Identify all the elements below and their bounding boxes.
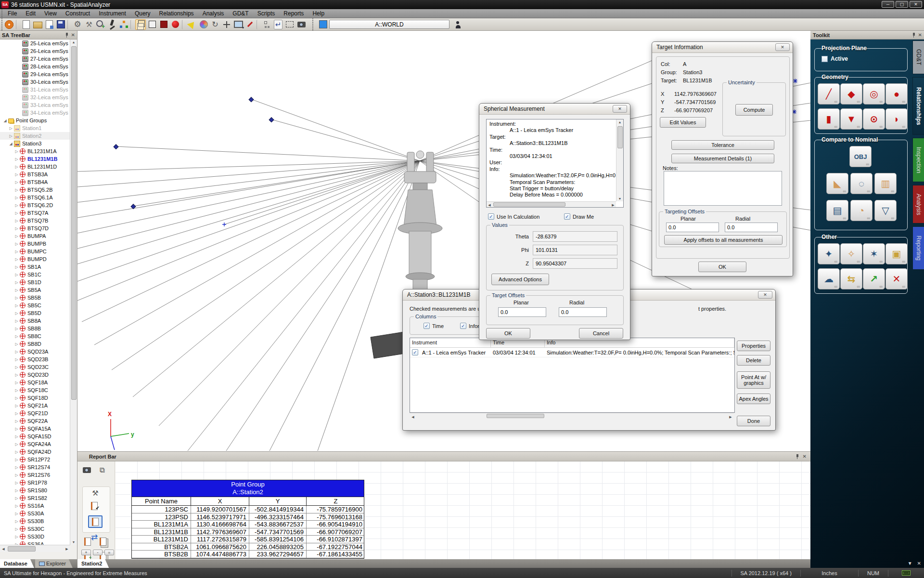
fit-plane-button[interactable]: ◆ (840, 83, 862, 105)
palette-icon[interactable] (198, 19, 209, 30)
tree-expander-icon[interactable]: ▷ (14, 458, 19, 462)
menu-item[interactable]: Instrument (94, 9, 130, 18)
tree-expander-icon[interactable]: ▷ (14, 350, 19, 354)
tree-item[interactable]: ▷ SB5C (0, 302, 70, 309)
tree-item[interactable]: ▷ SB8B (0, 325, 70, 332)
selection-box-icon[interactable] (284, 19, 295, 30)
open-file-icon[interactable] (32, 19, 43, 30)
help-ring-icon[interactable] (4, 19, 14, 30)
measurement-info-box[interactable]: Instrument:A::1 - Leica emSys TrackerTar… (486, 119, 624, 208)
tree-item[interactable]: ▷ SR12S74 (0, 463, 70, 471)
planar-offset-input[interactable]: 0.0 (498, 307, 546, 317)
user-profile-icon[interactable] (453, 19, 464, 30)
tree-item[interactable]: ▷ Station1 (0, 124, 70, 132)
tree-horizontal-scrollbar[interactable]: ◀ ▶ (0, 545, 70, 552)
table-row[interactable]: BL1231M1A 1130.4166698764 -543.883667253… (132, 521, 364, 528)
dialog-horizontal-scrollbar[interactable]: ◀ ▶ (410, 413, 734, 420)
toolkit-side-tab[interactable]: GD&T (912, 40, 924, 74)
tree-expander-icon[interactable]: ▷ (14, 388, 19, 393)
toolkit-side-tab[interactable]: Analysis (912, 185, 924, 223)
tree-expander-icon[interactable]: ▷ (14, 303, 19, 308)
hierarchy-icon[interactable] (118, 19, 129, 30)
tree-expander-icon[interactable]: ▷ (14, 172, 19, 177)
tree-item[interactable]: 32-Leica emSys Tracke (0, 93, 70, 101)
report-canvas[interactable]: Point Group A::Station2 Point Name X Y Z… (116, 461, 810, 559)
tree-item[interactable]: 34-Leica emSys Tracke (0, 109, 70, 117)
tree-expander-icon[interactable]: ▷ (14, 535, 19, 539)
table-row[interactable]: 123PSC 1149.9200701567 -502.8414919344 -… (132, 506, 364, 513)
tree-item[interactable]: ▷ BUMPA (0, 232, 70, 240)
compare-points-to-surface-button[interactable]: ◣ (826, 173, 848, 194)
fit-sphere-button[interactable]: ● (886, 83, 908, 105)
tree-item[interactable]: 33-Leica emSys Tracke (0, 101, 70, 109)
callout-arrow-icon[interactable] (187, 19, 197, 30)
tree-expander-icon[interactable]: ▷ (14, 273, 19, 277)
tree-expander-icon[interactable]: ▷ (14, 327, 19, 331)
snapshot-camera-icon[interactable] (81, 465, 92, 475)
tree-item[interactable]: ▷ SS30D (0, 533, 70, 540)
settings-gear-icon[interactable] (72, 19, 83, 30)
pin-icon[interactable] (911, 32, 916, 38)
ok-button[interactable]: OK (486, 328, 530, 339)
tree-item[interactable]: ◢ Point Groups (0, 117, 70, 124)
table-row[interactable]: BL1231M1B 1142.7976369607 -547.734770156… (132, 528, 364, 536)
tree-expander-icon[interactable]: ▷ (14, 334, 19, 339)
cancel-button[interactable]: Cancel (579, 328, 623, 339)
tree-item[interactable]: ▷ SQF22A (0, 417, 70, 425)
link-group-folder-button[interactable]: ▣ (886, 243, 908, 264)
pin-icon[interactable] (795, 454, 800, 459)
scroll-left-icon[interactable]: ◀ (1, 547, 5, 551)
tree-expander-icon[interactable]: ▷ (14, 519, 19, 524)
fit-spherical-segment-button[interactable]: ◗ (886, 108, 908, 130)
point-at-button[interactable]: Point At w/ graphics (737, 371, 770, 389)
menu-item[interactable]: Construct (61, 9, 94, 18)
tree-expander-icon[interactable]: ▷ (14, 465, 19, 470)
tree-item[interactable]: ▷ BUMPB (0, 240, 70, 248)
fit-circle-button[interactable]: ◎ (863, 83, 885, 105)
tree-expander-icon[interactable]: ▷ (14, 504, 19, 508)
tree-item[interactable]: ▷ SB1A (0, 263, 70, 271)
tree-expander-icon[interactable]: ▷ (14, 203, 19, 208)
tree-item[interactable]: ▷ SQF18A (0, 379, 70, 386)
tree-item[interactable]: ▷ SQF18C (0, 386, 70, 394)
scroll-down-icon[interactable]: ▼ (70, 540, 77, 544)
compare-points-to-objects-button[interactable]: OBJ (849, 146, 872, 167)
tree-item[interactable]: ▷ SQD23D (0, 371, 70, 379)
tree-vertical-scrollbar[interactable]: ▲ ▼ (70, 39, 77, 545)
fit-line-button[interactable]: ╱ (818, 83, 840, 105)
tree-item[interactable]: ▷ BTSB3A (0, 171, 70, 178)
tree-expander-icon[interactable]: ▷ (14, 450, 19, 454)
toolkit-side-tab[interactable]: Relationships (912, 77, 924, 135)
tree-expander-icon[interactable]: ▷ (14, 219, 19, 223)
compare-circle-to-surface-button[interactable]: ◌ (850, 173, 873, 194)
tree-expander-icon[interactable]: ▷ (14, 242, 19, 246)
menu-item[interactable]: Help (308, 9, 329, 18)
tree-item[interactable]: ▷ SS16A (0, 502, 70, 510)
separator[interactable] (257, 20, 259, 29)
tree-expander-icon[interactable]: ▷ (14, 442, 19, 447)
pin-icon[interactable] (64, 32, 69, 38)
properties-button[interactable]: Properties (737, 341, 770, 351)
run-icon[interactable] (107, 19, 117, 30)
projection-active-checkbox[interactable] (821, 56, 828, 62)
tree-expander-icon[interactable]: ▷ (14, 319, 19, 323)
frame-combo[interactable]: A::WORLD (329, 20, 449, 29)
menu-item[interactable]: Relationships (155, 9, 198, 18)
tree-item[interactable]: ▷ SB8D (0, 340, 70, 348)
menu-item[interactable]: View (40, 9, 61, 18)
tree-item[interactable]: ▷ SR1S80 (0, 486, 70, 494)
report-options-wrench-icon[interactable]: ⚒ (90, 488, 101, 498)
tree-item[interactable]: ▷ SQF18D (0, 394, 70, 402)
tree-expander-icon[interactable]: ▷ (14, 149, 19, 154)
tree-expander-icon[interactable]: ▷ (14, 473, 19, 477)
tree-item[interactable]: ▷ SQD23A (0, 348, 70, 355)
tree-item[interactable]: ▷ BTSQ6.2D (0, 201, 70, 209)
draw-me-checkbox[interactable]: ✓ (564, 213, 570, 220)
tree-item[interactable]: 30-Leica emSys Tracke (0, 78, 70, 86)
tree-expander-icon[interactable]: ▷ (14, 296, 19, 300)
table-row[interactable]: 123PSD 1146.5239717971 -496.3233157464 -… (132, 513, 364, 521)
display-options-icon[interactable] (233, 19, 244, 30)
edit-values-button[interactable]: Edit Values (660, 117, 706, 128)
fit-ellipse-button[interactable]: ⊙ (863, 108, 885, 130)
compare-sphere-to-surface-button[interactable]: ◔ (850, 200, 873, 221)
